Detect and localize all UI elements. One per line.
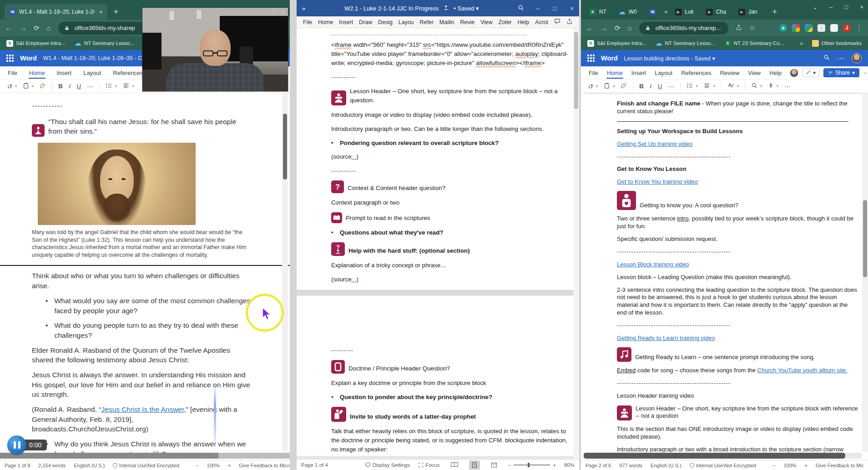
undo-icon[interactable]: ↺: [588, 83, 593, 90]
bookmark-item[interactable]: X NT 23 Seminary Co...: [724, 40, 784, 47]
extension-icon[interactable]: [830, 24, 838, 32]
chevron-down-icon[interactable]: ▾: [777, 84, 778, 88]
web-layout-button[interactable]: [488, 461, 500, 469]
ribbon-tab[interactable]: File: [588, 67, 599, 79]
ribbon-tab[interactable]: Layou: [399, 19, 414, 25]
chevron-down-icon[interactable]: ▾: [696, 84, 698, 88]
page-indicator[interactable]: Page 1 of 4: [301, 462, 328, 468]
document-title[interactable]: Lesson building directions - Saved ▾: [624, 55, 715, 62]
browser-tab-active[interactable]: W W1.4 - Matt 1-18–25; Luke 1-26– ×: [5, 4, 107, 20]
chevron-down-icon[interactable]: ▾: [132, 84, 134, 88]
profile-avatar[interactable]: J: [843, 24, 851, 32]
doc-link[interactable]: Get to Know You training video: [617, 178, 698, 185]
middle-vertical-scrollbar[interactable]: [573, 28, 579, 459]
ribbon-tab[interactable]: Help: [518, 19, 530, 25]
zoom-in-button[interactable]: +: [805, 463, 807, 468]
close-button[interactable]: ×: [570, 5, 574, 12]
back-icon[interactable]: ←: [586, 24, 593, 32]
bookmark-star-icon[interactable]: ☆: [749, 24, 755, 32]
undo-icon[interactable]: ↺: [7, 83, 12, 90]
search-icon[interactable]: [518, 5, 524, 12]
zoom-slider-track[interactable]: [514, 465, 550, 465]
ribbon-tab[interactable]: References: [681, 67, 712, 79]
app-launcher-icon[interactable]: [6, 55, 14, 62]
right-document-area[interactable]: Finish and change FILE name - When your …: [584, 93, 868, 452]
more-formatting-icon[interactable]: ⋯: [668, 83, 674, 90]
home-icon[interactable]: ⌂: [47, 24, 51, 32]
ribbon-tab[interactable]: Review: [720, 67, 740, 79]
chevron-down-icon[interactable]: ▾: [115, 84, 117, 88]
ribbon-tab[interactable]: View: [480, 19, 493, 25]
webcam-close-icon[interactable]: ×: [282, 9, 284, 15]
doc-link[interactable]: : .: [351, 153, 356, 160]
bookmark-item[interactable]: S S&I Employee Intra...: [587, 40, 646, 47]
webcam-maximize-icon[interactable]: □: [272, 9, 275, 15]
quick-access-overflow-icon[interactable]: »: [302, 5, 305, 12]
italic-button[interactable]: I: [650, 83, 652, 90]
doc-link[interactable]: Getting Set Up training video: [617, 140, 692, 147]
ribbon-tab[interactable]: References: [112, 67, 143, 79]
ribbon-tab[interactable]: Desig: [378, 19, 393, 25]
browser-tab[interactable]: Cha: [702, 4, 735, 20]
left-vertical-scrollbar[interactable]: [282, 93, 288, 452]
left-document-area[interactable]: -----------“Thou shalt call his name Jes…: [0, 93, 290, 453]
bookmark-item[interactable]: S S&I Employee Intra...: [6, 40, 66, 47]
extension-grid-icon[interactable]: [792, 24, 800, 32]
ribbon-tab[interactable]: Home: [318, 19, 333, 25]
ribbon-tab[interactable]: Home: [606, 67, 623, 79]
chevron-down-icon[interactable]: ▾: [713, 84, 715, 88]
doc-link[interactable]: : .: [351, 276, 356, 283]
ribbon-tab[interactable]: Acrot: [535, 19, 548, 25]
zoom-out-button[interactable]: −: [772, 463, 775, 468]
more-formatting-icon[interactable]: ⋯: [87, 83, 93, 90]
zoom-slider-thumb[interactable]: [528, 463, 530, 467]
search-icon[interactable]: [823, 54, 830, 62]
language-indicator[interactable]: English (U.S.): [74, 463, 105, 468]
chevron-down-icon[interactable]: ▾: [32, 84, 34, 88]
forward-icon[interactable]: →: [601, 24, 607, 32]
font-color-icon[interactable]: A: [727, 82, 734, 90]
ribbon-tab[interactable]: Help: [769, 67, 782, 79]
share-page-icon[interactable]: [736, 24, 742, 32]
close-button[interactable]: ×: [860, 4, 863, 10]
doc-link[interactable]: Getting Ready to Learn training video: [617, 335, 715, 341]
underline-button[interactable]: U: [77, 83, 81, 90]
share-button[interactable]: Share ▾: [823, 68, 859, 77]
minimize-button[interactable]: –: [829, 4, 833, 10]
zoom-in-button[interactable]: +: [228, 463, 231, 468]
chevron-down-icon[interactable]: ▾: [613, 84, 615, 88]
ribbon-tab[interactable]: Zoter: [499, 19, 512, 25]
zoom-in-button[interactable]: +: [553, 462, 556, 468]
align-icon[interactable]: [123, 82, 130, 90]
word-count[interactable]: 977 words: [619, 463, 642, 468]
paste-icon[interactable]: [604, 82, 610, 90]
bullet-list-icon[interactable]: [686, 82, 693, 90]
more-options-icon[interactable]: ⋯: [863, 70, 868, 76]
zoom-out-button[interactable]: −: [508, 462, 511, 468]
display-settings-button[interactable]: Display Settings: [365, 462, 410, 468]
zoom-level[interactable]: 100%: [207, 463, 220, 468]
bookmark-item[interactable]: NT Seminary Lesso...: [75, 40, 134, 47]
format-painter-icon[interactable]: [40, 82, 46, 90]
pause-button[interactable]: [7, 435, 26, 455]
editing-mode-button[interactable]: ▾: [802, 68, 819, 77]
minimize-button[interactable]: –: [536, 5, 539, 12]
underline-button[interactable]: U: [658, 83, 662, 90]
extensions-puzzle-icon[interactable]: ◦: [818, 24, 825, 32]
chevron-down-icon[interactable]: ▾: [596, 84, 598, 88]
browser-tab[interactable]: W ×: [646, 4, 671, 20]
address-bar[interactable]: office365lds-my.sharep...: [639, 22, 728, 35]
read-mode-button[interactable]: [448, 460, 461, 469]
bold-button[interactable]: B: [58, 83, 63, 90]
kebab-menu-icon[interactable]: ⋮: [856, 24, 863, 32]
other-bookmarks[interactable]: Other bookmarks: [812, 40, 862, 47]
chevron-down-icon[interactable]: ▾: [760, 84, 762, 88]
word-count[interactable]: 2,154 words: [38, 463, 66, 468]
ribbon-tab[interactable]: View: [747, 67, 761, 79]
browser-tab[interactable]: W0: [615, 4, 646, 20]
bullet-list-icon[interactable]: [106, 82, 112, 90]
home-icon[interactable]: ⌂: [628, 24, 632, 32]
zoom-out-button[interactable]: −: [196, 463, 198, 468]
ribbon-tab[interactable]: Layout: [654, 67, 673, 79]
back-icon[interactable]: ←: [5, 24, 12, 32]
